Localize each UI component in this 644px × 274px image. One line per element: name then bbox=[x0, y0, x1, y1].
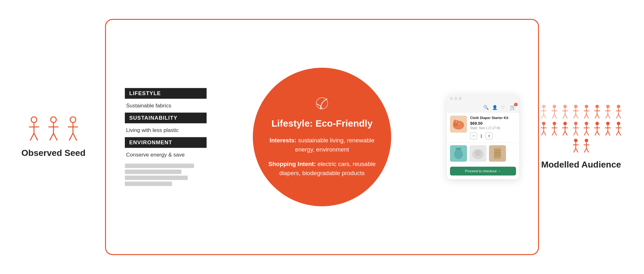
svg-point-103 bbox=[606, 122, 610, 125]
layer-bar-3 bbox=[125, 176, 188, 180]
aud-person-1 bbox=[539, 104, 548, 120]
svg-line-111 bbox=[616, 131, 619, 135]
svg-line-57 bbox=[586, 114, 589, 118]
cart-badge: 1 bbox=[514, 103, 518, 106]
aud-person-6 bbox=[592, 104, 602, 120]
interests-text: sustainable living, renewable energy, en… bbox=[295, 137, 375, 153]
svg-point-73 bbox=[542, 122, 546, 125]
svg-line-81 bbox=[552, 131, 554, 135]
layer-bar-2 bbox=[125, 170, 181, 174]
svg-line-72 bbox=[619, 114, 621, 118]
svg-line-101 bbox=[595, 131, 597, 135]
svg-point-78 bbox=[553, 122, 556, 125]
checkout-button[interactable]: Proceed to checkout → bbox=[450, 167, 516, 176]
main-container: Observed Seed LIFESTYLE Sustainable fabr… bbox=[0, 0, 644, 274]
shop-related-items bbox=[447, 143, 519, 164]
svg-point-20 bbox=[458, 123, 459, 124]
shop-product: Cloth Diaper Starter Kit $69.50 Style: S… bbox=[447, 112, 519, 142]
svg-line-102 bbox=[597, 131, 599, 135]
aud-person-3 bbox=[560, 104, 570, 120]
environment-text: Conserve energy & save bbox=[125, 151, 207, 159]
qty-value: 1 bbox=[480, 134, 482, 138]
svg-line-56 bbox=[584, 114, 586, 118]
layers-panel: LIFESTYLE Sustainable fabrics SUSTAINABI… bbox=[125, 88, 207, 186]
sustainability-tag: SUSTAINABILITY bbox=[125, 113, 207, 123]
person-icon-2 bbox=[45, 116, 62, 142]
svg-line-87 bbox=[565, 131, 567, 135]
aud-person-4 bbox=[571, 104, 580, 120]
svg-point-58 bbox=[596, 105, 599, 108]
aud-person-8 bbox=[614, 104, 623, 120]
svg-line-52 bbox=[576, 114, 578, 118]
svg-line-97 bbox=[586, 131, 589, 135]
svg-line-3 bbox=[30, 133, 34, 140]
svg-line-86 bbox=[563, 131, 565, 135]
interests-label: Interests: bbox=[269, 137, 297, 144]
qty-minus-button[interactable]: − bbox=[470, 133, 477, 140]
audience-figures bbox=[539, 104, 624, 154]
svg-line-8 bbox=[50, 133, 53, 140]
svg-point-22 bbox=[454, 149, 463, 159]
seed-figures bbox=[26, 116, 81, 142]
shop-checkout: Proceed to checkout → bbox=[447, 164, 519, 180]
svg-line-67 bbox=[608, 114, 610, 118]
center-box: LIFESTYLE Sustainable fabrics SUSTAINABI… bbox=[105, 19, 539, 255]
svg-point-0 bbox=[31, 117, 37, 123]
aud-person-12 bbox=[571, 121, 580, 137]
shop-browser-bar bbox=[447, 94, 519, 102]
aud-person-13 bbox=[582, 121, 591, 137]
svg-rect-28 bbox=[494, 148, 501, 159]
svg-point-98 bbox=[596, 122, 599, 125]
lifestyle-text: Sustainable fabrics bbox=[125, 101, 207, 110]
qty-control: − 1 + bbox=[470, 133, 516, 140]
svg-line-4 bbox=[34, 133, 38, 140]
svg-point-93 bbox=[585, 122, 588, 125]
aud-person-2 bbox=[550, 104, 559, 120]
svg-rect-23 bbox=[456, 148, 461, 150]
svg-point-33 bbox=[542, 105, 546, 108]
svg-line-47 bbox=[565, 114, 567, 118]
dot-2 bbox=[454, 97, 457, 100]
product-name: Cloth Diaper Starter Kit bbox=[470, 116, 516, 120]
svg-line-107 bbox=[608, 131, 610, 135]
modelled-audience-label: Modelled Audience bbox=[541, 160, 621, 170]
aud-person-14 bbox=[592, 121, 602, 137]
person-icon-1 bbox=[26, 116, 42, 142]
qty-plus-button[interactable]: + bbox=[486, 133, 492, 140]
aud-person-18 bbox=[582, 138, 591, 154]
person-icon-3 bbox=[65, 116, 81, 142]
svg-line-14 bbox=[73, 133, 77, 140]
aud-person-10 bbox=[550, 121, 559, 137]
svg-line-112 bbox=[619, 131, 621, 135]
aud-person-11 bbox=[560, 121, 570, 137]
eco-title: Lifestyle: Eco-Friendly bbox=[271, 118, 373, 129]
sustainability-text: Living with less plastic bbox=[125, 126, 207, 135]
svg-line-13 bbox=[69, 133, 73, 140]
product-style: Style: Size 1 (7-17 lb) bbox=[470, 127, 516, 130]
aud-person-15 bbox=[603, 121, 613, 137]
svg-line-121 bbox=[584, 148, 586, 152]
product-info: Cloth Diaper Starter Kit $69.50 Style: S… bbox=[470, 116, 516, 139]
layer-bar-4 bbox=[125, 182, 172, 186]
shopping-label: Shopping Intent: bbox=[269, 161, 316, 167]
svg-point-53 bbox=[585, 105, 588, 108]
related-item-3 bbox=[489, 146, 506, 162]
svg-line-37 bbox=[544, 114, 546, 118]
product-price: $69.50 bbox=[470, 121, 516, 126]
observed-seed-section: Observed Seed bbox=[19, 116, 88, 158]
aud-person-7 bbox=[603, 104, 613, 120]
svg-line-61 bbox=[595, 114, 597, 118]
heart-icon: ♡ bbox=[501, 105, 506, 110]
cart-icon: 🛒 1 bbox=[510, 104, 516, 110]
svg-line-51 bbox=[574, 114, 576, 118]
svg-line-42 bbox=[554, 114, 557, 118]
svg-line-9 bbox=[53, 133, 57, 140]
svg-line-91 bbox=[574, 131, 576, 135]
shop-search-bar: 🔍 👤 ♡ 🛒 1 bbox=[447, 102, 519, 112]
svg-line-122 bbox=[586, 148, 589, 152]
svg-line-66 bbox=[606, 114, 608, 118]
svg-line-106 bbox=[606, 131, 608, 135]
environment-tag: ENVIRONMENT bbox=[125, 137, 207, 148]
svg-point-113 bbox=[574, 139, 578, 142]
svg-line-76 bbox=[541, 131, 544, 135]
